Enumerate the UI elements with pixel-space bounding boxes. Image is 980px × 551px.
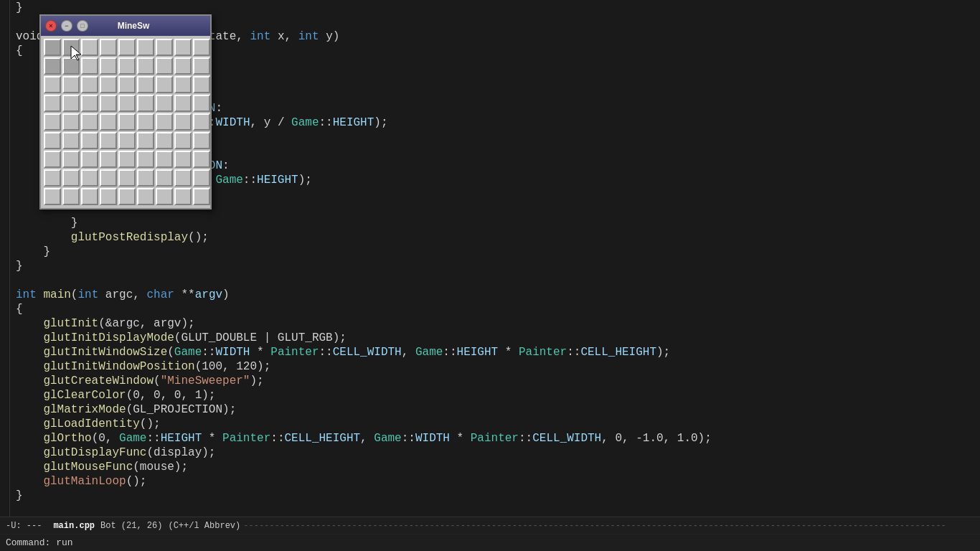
grid-cell[interactable] xyxy=(62,57,80,75)
grid-cell[interactable] xyxy=(118,188,136,205)
grid-cell[interactable] xyxy=(100,169,117,187)
grid-cell[interactable] xyxy=(174,188,192,205)
command-line: Command: run xyxy=(0,534,980,551)
code-line: glutDisplayFunc(display); xyxy=(16,446,980,461)
grid-cell[interactable] xyxy=(44,76,61,93)
grid-cell[interactable] xyxy=(118,57,136,75)
grid-cell[interactable] xyxy=(81,39,98,56)
grid-cell[interactable] xyxy=(81,76,98,93)
grid-cell[interactable] xyxy=(193,57,210,75)
grid-cell[interactable] xyxy=(193,188,210,205)
grid-cell[interactable] xyxy=(100,76,117,93)
grid-cell[interactable] xyxy=(156,188,173,205)
grid-cell[interactable] xyxy=(137,151,154,168)
maximize-button[interactable]: □ xyxy=(77,20,88,32)
grid-cell[interactable] xyxy=(118,39,136,56)
minesweeper-window[interactable]: × − □ MineSw xyxy=(39,14,212,209)
grid-cell[interactable] xyxy=(62,113,80,131)
grid-cell[interactable] xyxy=(118,132,136,149)
code-line: glutMouseFunc(mouse); xyxy=(16,461,980,475)
grid-cell[interactable] xyxy=(174,76,192,93)
grid-cell[interactable] xyxy=(156,57,173,75)
grid-cell[interactable] xyxy=(193,151,210,168)
game-grid[interactable] xyxy=(41,36,210,208)
grid-cell[interactable] xyxy=(44,151,61,168)
grid-cell[interactable] xyxy=(137,95,154,112)
grid-cell[interactable] xyxy=(100,113,117,131)
grid-cell[interactable] xyxy=(118,151,136,168)
grid-cell[interactable] xyxy=(81,113,98,131)
grid-cell[interactable] xyxy=(156,113,173,131)
grid-cell[interactable] xyxy=(174,113,192,131)
grid-cell[interactable] xyxy=(81,132,98,149)
grid-cell[interactable] xyxy=(174,57,192,75)
grid-cell[interactable] xyxy=(62,95,80,112)
code-line: int main(int argc, char **argv) xyxy=(16,288,980,303)
grid-cell[interactable] xyxy=(193,95,210,112)
cursor-position: Bot (21, 26) xyxy=(100,521,162,531)
grid-cell[interactable] xyxy=(81,188,98,205)
code-line: glutPostRedisplay(); xyxy=(16,231,980,245)
grid-cell[interactable] xyxy=(137,188,154,205)
status-dashes: ----------------------------------------… xyxy=(243,521,974,531)
grid-cell[interactable] xyxy=(81,95,98,112)
grid-cell[interactable] xyxy=(118,95,136,112)
grid-cell[interactable] xyxy=(193,169,210,187)
code-line xyxy=(16,274,980,288)
grid-cell[interactable] xyxy=(137,132,154,149)
grid-cell[interactable] xyxy=(44,95,61,112)
grid-cell[interactable] xyxy=(174,39,192,56)
grid-cell[interactable] xyxy=(100,151,117,168)
grid-cell[interactable] xyxy=(137,57,154,75)
grid-cell[interactable] xyxy=(118,113,136,131)
grid-cell[interactable] xyxy=(193,39,210,56)
grid-cell[interactable] xyxy=(174,151,192,168)
grid-cell[interactable] xyxy=(118,169,136,187)
grid-cell[interactable] xyxy=(156,95,173,112)
window-title: MineSw xyxy=(93,21,174,31)
grid-cell[interactable] xyxy=(44,132,61,149)
grid-cell[interactable] xyxy=(137,39,154,56)
grid-cell[interactable] xyxy=(174,132,192,149)
code-line: } xyxy=(16,217,980,231)
grid-cell[interactable] xyxy=(44,113,61,131)
grid-cell[interactable] xyxy=(62,39,80,56)
grid-cell[interactable] xyxy=(193,113,210,131)
grid-cell[interactable] xyxy=(137,76,154,93)
grid-cell[interactable] xyxy=(156,169,173,187)
grid-cell[interactable] xyxy=(156,151,173,168)
grid-cell[interactable] xyxy=(100,132,117,149)
grid-cell[interactable] xyxy=(44,57,61,75)
grid-cell[interactable] xyxy=(174,169,192,187)
grid-cell[interactable] xyxy=(193,132,210,149)
grid-cell[interactable] xyxy=(193,76,210,93)
grid-cell[interactable] xyxy=(44,169,61,187)
grid-cell[interactable] xyxy=(100,39,117,56)
grid-cell[interactable] xyxy=(62,188,80,205)
code-line: glutInitWindowSize(Game::WIDTH * Painter… xyxy=(16,346,980,360)
code-line: } xyxy=(16,245,980,260)
grid-cell[interactable] xyxy=(118,76,136,93)
grid-cell[interactable] xyxy=(81,169,98,187)
code-line: } xyxy=(16,489,980,504)
grid-cell[interactable] xyxy=(100,188,117,205)
grid-cell[interactable] xyxy=(44,39,61,56)
grid-cell[interactable] xyxy=(137,169,154,187)
grid-cell[interactable] xyxy=(156,132,173,149)
grid-cell[interactable] xyxy=(62,132,80,149)
close-button[interactable]: × xyxy=(45,20,57,32)
grid-cell[interactable] xyxy=(81,151,98,168)
grid-cell[interactable] xyxy=(62,76,80,93)
grid-cell[interactable] xyxy=(156,39,173,56)
grid-cell[interactable] xyxy=(100,95,117,112)
grid-cell[interactable] xyxy=(44,188,61,205)
grid-cell[interactable] xyxy=(174,95,192,112)
grid-cell[interactable] xyxy=(100,57,117,75)
minimize-button[interactable]: − xyxy=(61,20,72,32)
grid-cell[interactable] xyxy=(62,151,80,168)
grid-cell[interactable] xyxy=(137,113,154,131)
grid-cell[interactable] xyxy=(81,57,98,75)
grid-cell[interactable] xyxy=(156,76,173,93)
grid-cell[interactable] xyxy=(62,169,80,187)
code-line: glOrtho(0, Game::HEIGHT * Painter::CELL_… xyxy=(16,432,980,446)
